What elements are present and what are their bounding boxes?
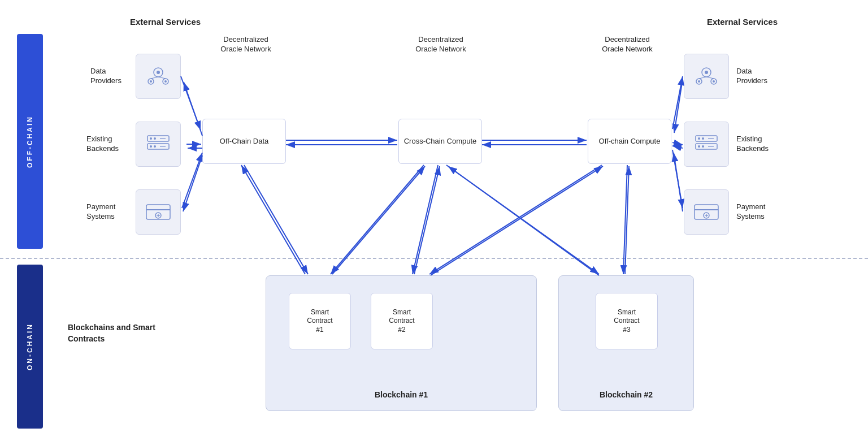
svg-line-3 [151, 77, 158, 79]
blockchain-2-label: Blockchain #2 [559, 390, 693, 399]
chain-separator [0, 258, 868, 259]
existing-backends-left-label: ExistingBackends [86, 135, 119, 154]
svg-point-27 [698, 80, 700, 83]
oracle-center-title: DecentralizedOracle Network [404, 35, 478, 54]
existing-backends-left-icon [143, 129, 173, 159]
on-chain-items-label: Blockchains and Smart Contracts [68, 322, 170, 344]
existing-backends-right-icon-box [684, 122, 729, 167]
svg-line-61 [672, 146, 683, 148]
svg-point-10 [150, 137, 152, 140]
data-providers-right-icon [691, 61, 722, 92]
svg-line-71 [448, 166, 599, 275]
payment-systems-right-icon [691, 197, 722, 227]
sc3-label: SmartContract#3 [614, 308, 639, 335]
svg-line-62 [672, 150, 683, 208]
svg-point-34 [702, 145, 704, 148]
svg-line-24 [699, 77, 706, 79]
off-chain-bar: OFF-CHAIN [17, 34, 43, 249]
sc1-box: SmartContract#1 [289, 293, 351, 349]
existing-backends-right-label: ExistingBackends [736, 135, 769, 154]
existing-backends-left-icon-box [136, 122, 181, 167]
svg-line-25 [706, 77, 714, 79]
oracle-right-title: DecentralizedOracle Network [588, 35, 667, 54]
sc3-box: SmartContract#3 [596, 293, 658, 349]
cross-chain-compute-box: Cross-Chain Compute [398, 119, 482, 164]
ext-services-left-title: External Services [130, 17, 201, 27]
svg-line-59 [674, 79, 683, 133]
existing-backends-right-icon [691, 129, 722, 159]
data-providers-left-label: DataProviders [90, 67, 121, 86]
payment-systems-right-icon-box [684, 189, 729, 235]
sc1-label: SmartContract#1 [307, 308, 332, 335]
svg-rect-37 [695, 205, 718, 219]
svg-point-28 [713, 80, 715, 83]
svg-point-32 [702, 137, 704, 140]
data-providers-left-icon [143, 61, 173, 92]
svg-point-5 [157, 71, 160, 74]
data-providers-right-icon-box [684, 54, 729, 99]
svg-point-33 [698, 145, 700, 148]
svg-point-31 [698, 137, 700, 140]
off-chain-data-label: Off-Chain Data [220, 137, 268, 146]
svg-point-12 [150, 145, 152, 148]
svg-line-49 [184, 82, 202, 136]
svg-point-11 [154, 137, 156, 140]
oracle-left-title: DecentralizedOracle Network [209, 35, 283, 54]
svg-line-53 [183, 155, 202, 211]
diagram-container: OFF-CHAIN ON-CHAIN External Services Ext… [0, 0, 868, 441]
svg-point-6 [150, 80, 152, 83]
svg-point-26 [705, 71, 708, 74]
payment-systems-left-icon-box [136, 189, 181, 235]
off-chain-compute-label: Off-chain Compute [599, 137, 661, 146]
payment-systems-right-label: PaymentSystems [736, 202, 765, 222]
svg-point-7 [164, 80, 167, 83]
blockchain-1-label: Blockchain #1 [266, 390, 536, 399]
sc2-label: SmartContract#2 [389, 308, 414, 335]
payment-systems-left-label: PaymentSystems [86, 202, 115, 222]
off-chain-data-box: Off-Chain Data [202, 119, 286, 164]
svg-line-73 [431, 166, 603, 275]
blockchain-2-box: SmartContract#3 Blockchain #2 [558, 275, 694, 411]
svg-line-52 [182, 153, 202, 208]
on-chain-label: ON-CHAIN [26, 323, 34, 370]
svg-line-60 [672, 142, 683, 145]
payment-systems-left-icon [143, 197, 173, 227]
blockchain-1-box: SmartContract#1 SmartContract#2 Blockcha… [266, 275, 537, 411]
ext-services-right-title: External Services [707, 17, 778, 27]
svg-line-48 [181, 76, 201, 130]
data-providers-right-label: DataProviders [736, 67, 767, 86]
off-chain-compute-box: Off-chain Compute [588, 119, 671, 164]
svg-line-4 [158, 77, 166, 79]
svg-point-13 [154, 145, 156, 148]
svg-line-63 [674, 153, 683, 211]
cross-chain-compute-label: Cross-Chain Compute [404, 137, 477, 146]
data-providers-left-icon-box [136, 54, 181, 99]
on-chain-bar: ON-CHAIN [17, 265, 43, 429]
off-chain-label: OFF-CHAIN [26, 115, 34, 168]
svg-line-58 [672, 76, 683, 129]
sc2-box: SmartContract#2 [371, 293, 433, 349]
svg-rect-16 [146, 205, 170, 219]
